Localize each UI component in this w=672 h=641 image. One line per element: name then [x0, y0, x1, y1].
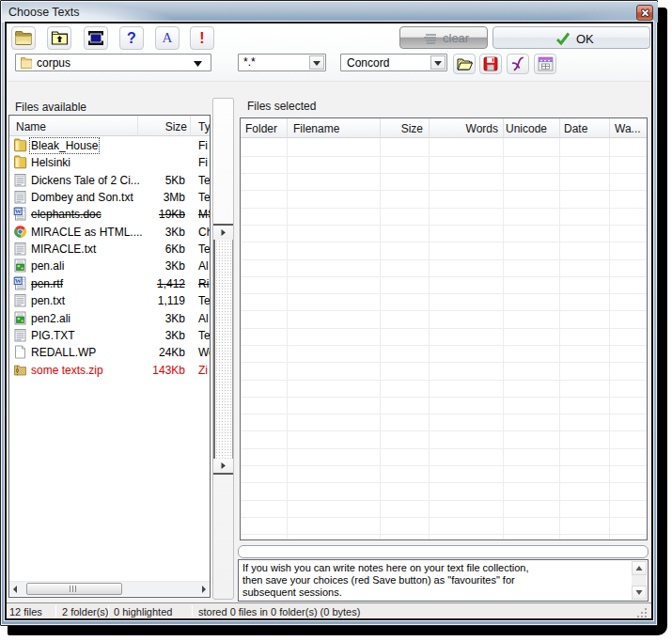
- svg-text:W: W: [15, 209, 22, 216]
- svg-text:W: W: [15, 277, 22, 285]
